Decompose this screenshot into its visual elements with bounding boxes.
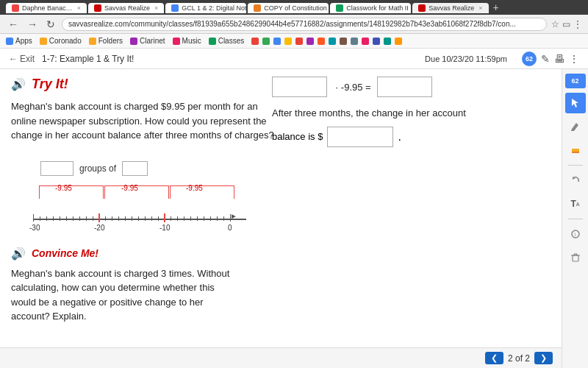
fav14[interactable] — [395, 38, 402, 45]
equation-input1[interactable] — [272, 77, 327, 97]
groups-count-input[interactable] — [40, 161, 74, 176]
fav13[interactable] — [384, 38, 391, 45]
tick-minor24 — [204, 216, 204, 221]
toolbar-trash-button[interactable] — [565, 247, 586, 268]
equation-section: · -9.95 = After three months, the change… — [272, 77, 507, 147]
pencil-icon — [570, 121, 581, 132]
next-page-button[interactable]: ❯ — [534, 352, 553, 364]
toolbar-pencil-button[interactable] — [565, 116, 586, 137]
fav8[interactable] — [329, 38, 336, 45]
tab-close-daphne[interactable]: × — [77, 4, 81, 12]
folders-label: Folders — [98, 37, 123, 45]
problem-text: Meghan's bank account is charged $9.95 p… — [11, 99, 276, 143]
fav7[interactable] — [318, 38, 325, 45]
exit-button[interactable]: ← Exit — [9, 54, 35, 64]
balance-row: balance is $ . — [272, 127, 507, 147]
svg-text:i: i — [574, 232, 576, 237]
tick-minor11 — [112, 216, 112, 221]
bottom-bar: ❮ 2 of 2 ❯ — [0, 347, 562, 368]
tab-classwork[interactable]: Classwork for Math II F... × — [330, 3, 411, 13]
fav5[interactable] — [295, 38, 303, 45]
url-bar[interactable]: savvasrealize.com/community/classes/f819… — [62, 18, 547, 31]
tick-minor7 — [79, 216, 80, 221]
back-button[interactable]: ← — [6, 18, 21, 30]
tick-minor13 — [125, 216, 126, 221]
tick-minor26 — [217, 216, 218, 221]
label-neg30: -30 — [29, 224, 40, 232]
sound-icon[interactable]: 🔊 — [11, 77, 26, 91]
toolbar-eraser-button[interactable] — [565, 140, 586, 160]
fav1[interactable] — [251, 38, 259, 45]
tab-savvas2[interactable]: Savvas Realize × — [412, 3, 488, 13]
tab-label-savvas1: Savvas Realize — [104, 4, 150, 12]
bookmarks-bar: Apps Coronado Folders Clarinet Music Cla… — [0, 34, 588, 49]
tick-minor16 — [145, 216, 146, 221]
tick-minor8 — [86, 216, 87, 221]
tab-favicon-savvas2 — [418, 4, 426, 12]
fav4[interactable] — [284, 38, 292, 45]
tab-daphne[interactable]: Daphne Banach - t-shir... × — [6, 3, 87, 13]
tick-minor14 — [132, 216, 132, 221]
toolbar-text-button[interactable]: T A — [565, 194, 586, 214]
tab-favicon-savvas1 — [94, 4, 101, 12]
tick-neg20 — [98, 213, 100, 222]
groups-size-input[interactable] — [122, 161, 148, 176]
classes-label: Classes — [218, 37, 245, 45]
user-avatar: 62 — [522, 52, 537, 66]
bookmark-music[interactable]: Music — [173, 37, 201, 45]
app-bar: ← Exit 1-7: Example 1 & Try It! Due 10/2… — [0, 49, 588, 69]
bookmark-clarinet[interactable]: Clarinet — [130, 37, 165, 45]
convince-text: Meghan's bank account is charged 3 times… — [11, 266, 232, 324]
fav12[interactable] — [373, 38, 380, 45]
equation-input2[interactable] — [377, 77, 432, 97]
new-tab-button[interactable]: + — [490, 1, 502, 13]
toolbar-undo-button[interactable] — [565, 170, 586, 191]
star-icon[interactable]: ☆ — [551, 19, 559, 29]
toolbar-cursor-button[interactable] — [565, 93, 586, 113]
tick-minor2 — [46, 216, 47, 221]
tab-favicon-daphne — [12, 4, 19, 12]
convince-sound-icon[interactable]: 🔊 — [11, 247, 26, 261]
coronado-label: Coronado — [49, 37, 82, 45]
eraser-icon — [570, 145, 581, 155]
fav3[interactable] — [273, 38, 281, 45]
tab-close-savvas1[interactable]: × — [154, 4, 158, 12]
tab-savvas1[interactable]: Savvas Realize × — [88, 3, 164, 13]
url-text: savvasrealize.com/community/classes/f819… — [68, 20, 516, 28]
cursor-icon — [570, 98, 581, 108]
tab-copy[interactable]: COPY of Constitution &... × — [248, 3, 329, 13]
svg-marker-0 — [572, 99, 578, 107]
tab-favicon-copy — [254, 4, 261, 12]
prev-page-button[interactable]: ❮ — [485, 352, 503, 364]
toolbar-separator1 — [568, 165, 583, 166]
edit-icon[interactable]: ✎ — [541, 53, 550, 65]
bookmark-coronado[interactable]: Coronado — [40, 37, 82, 45]
label-neg20: -20 — [94, 224, 104, 232]
menu-icon[interactable]: ⋮ — [573, 19, 582, 29]
right-toolbar: 62 T A i — [562, 69, 588, 368]
bookmark-apps[interactable]: Apps — [6, 37, 32, 45]
fav11[interactable] — [362, 38, 369, 45]
fav10[interactable] — [351, 38, 358, 45]
bookmark-classes[interactable]: Classes — [209, 37, 245, 45]
cast-icon[interactable]: ▭ — [562, 19, 570, 29]
tick-minor18 — [158, 216, 159, 221]
tab-close-savvas2[interactable]: × — [478, 4, 482, 12]
main-area: 🔊 Try It! Meghan's bank account is charg… — [0, 69, 588, 368]
tab-favicon-classwork — [336, 4, 343, 12]
segment3-label: -9.95 — [186, 184, 203, 192]
toolbar-info-button[interactable]: i — [565, 224, 586, 244]
refresh-button[interactable]: ↻ — [44, 18, 57, 30]
forward-button[interactable]: → — [25, 18, 40, 30]
tab-label-daphne: Daphne Banach - t-shir... — [22, 4, 73, 12]
fav6[interactable] — [306, 38, 314, 45]
balance-input[interactable] — [327, 127, 393, 147]
trash-icon — [570, 252, 581, 263]
print-icon[interactable]: 🖶 — [554, 53, 564, 65]
label-neg10: -10 — [159, 224, 170, 232]
tab-gcl[interactable]: GCL 1 & 2: Digital Note... × — [165, 3, 246, 13]
fav9[interactable] — [340, 38, 347, 45]
fav2[interactable] — [262, 38, 270, 45]
more-icon[interactable]: ⋮ — [569, 53, 579, 65]
bookmark-folders[interactable]: Folders — [89, 37, 123, 45]
